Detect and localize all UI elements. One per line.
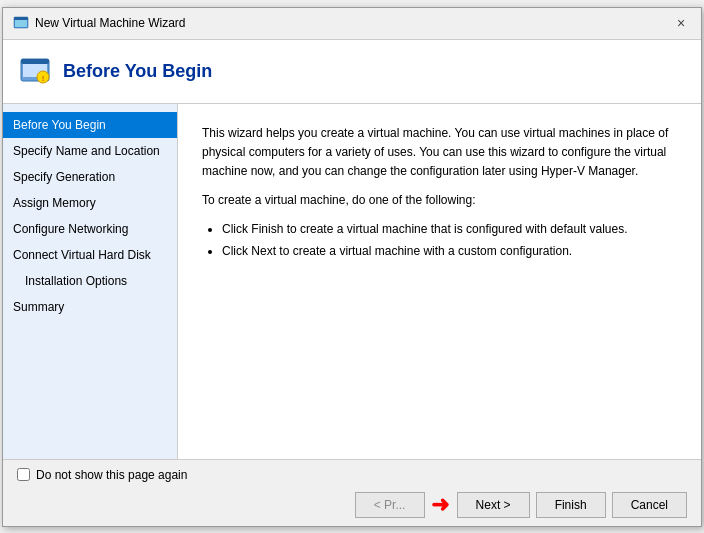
sidebar-item-summary[interactable]: Summary <box>3 294 177 320</box>
window-icon <box>13 15 29 31</box>
sidebar-item-networking[interactable]: Configure Networking <box>3 216 177 242</box>
previous-button[interactable]: < Pr... <box>355 492 425 518</box>
sidebar-item-name-location[interactable]: Specify Name and Location <box>3 138 177 164</box>
title-bar: New Virtual Machine Wizard × <box>3 8 701 40</box>
sidebar-item-before-you-begin[interactable]: Before You Begin <box>3 112 177 138</box>
sidebar: Before You Begin Specify Name and Locati… <box>3 104 178 459</box>
cancel-button[interactable]: Cancel <box>612 492 687 518</box>
paragraph-2: To create a virtual machine, do one of t… <box>202 191 677 210</box>
header-wizard-icon: ! <box>19 55 51 87</box>
window-title: New Virtual Machine Wizard <box>35 16 186 30</box>
dont-show-checkbox[interactable] <box>17 468 30 481</box>
header-title: Before You Begin <box>63 61 212 82</box>
footer-area: Do not show this page again < Pr... ➜ Ne… <box>3 459 701 526</box>
finish-button[interactable]: Finish <box>536 492 606 518</box>
next-button[interactable]: Next > <box>457 492 530 518</box>
button-row: < Pr... ➜ Next > Finish Cancel <box>17 492 687 518</box>
sidebar-item-hard-disk[interactable]: Connect Virtual Hard Disk <box>3 242 177 268</box>
main-content: This wizard helps you create a virtual m… <box>178 104 701 459</box>
sidebar-item-generation[interactable]: Specify Generation <box>3 164 177 190</box>
title-bar-left: New Virtual Machine Wizard <box>13 15 186 31</box>
header-bar: ! Before You Begin <box>3 40 701 104</box>
next-arrow-indicator: ➜ <box>431 494 449 516</box>
bullet-list: Click Finish to create a virtual machine… <box>222 220 677 260</box>
wizard-window: New Virtual Machine Wizard × ! Before Yo… <box>2 7 702 527</box>
svg-text:!: ! <box>42 74 45 83</box>
svg-rect-2 <box>14 17 28 20</box>
sidebar-item-memory[interactable]: Assign Memory <box>3 190 177 216</box>
main-description: This wizard helps you create a virtual m… <box>202 124 677 265</box>
sidebar-item-installation[interactable]: Installation Options <box>3 268 177 294</box>
close-button[interactable]: × <box>671 13 691 33</box>
paragraph-1: This wizard helps you create a virtual m… <box>202 124 677 182</box>
dont-show-label: Do not show this page again <box>36 468 187 482</box>
content-area: Before You Begin Specify Name and Locati… <box>3 104 701 459</box>
svg-rect-5 <box>21 59 49 64</box>
checkbox-row: Do not show this page again <box>17 468 687 482</box>
svg-rect-1 <box>15 20 27 27</box>
bullet-item-1: Click Finish to create a virtual machine… <box>222 220 677 238</box>
bullet-item-2: Click Next to create a virtual machine w… <box>222 242 677 260</box>
